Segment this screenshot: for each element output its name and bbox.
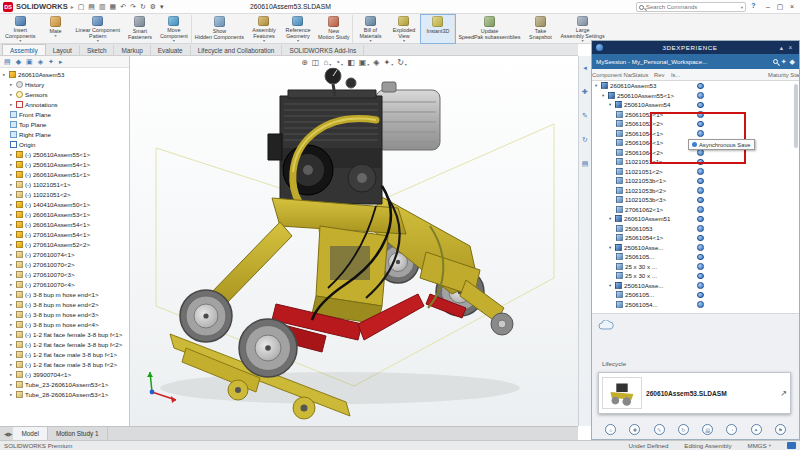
status-editing-assembly[interactable]: Editing Assembly: [684, 442, 731, 449]
minimize-button[interactable]: –: [762, 0, 774, 13]
print-icon[interactable]: ▦: [109, 1, 118, 13]
chevron-down-icon[interactable]: ▾: [391, 63, 393, 67]
exploded-view-button[interactable]: Exploded View ▾: [387, 15, 421, 43]
chevron-down-icon[interactable]: ▾: [369, 39, 371, 43]
edit-appearance-icon[interactable]: ◈: [373, 59, 379, 67]
home-action-icon[interactable]: ⌂: [605, 424, 616, 435]
add-icon[interactable]: ✚: [582, 88, 588, 96]
reference-geometry-button[interactable]: Reference Geometry ▾: [281, 15, 315, 43]
search-dropdown-icon[interactable]: ▾: [741, 5, 743, 10]
displaymanager-tab-icon[interactable]: ✦: [48, 56, 54, 67]
chevron-down-icon[interactable]: ▾: [263, 39, 265, 43]
featuremanager-tree-tab-icon[interactable]: ▤: [4, 56, 11, 67]
component-row[interactable]: 25 x 30 x ...: [592, 262, 799, 272]
flyout-arrow-icon[interactable]: ▸: [59, 56, 63, 67]
sync-status-icon[interactable]: [697, 168, 704, 175]
sync-status-icon[interactable]: [697, 292, 704, 299]
edit-action-icon[interactable]: ✎: [654, 424, 665, 435]
configurationmanager-tab-icon[interactable]: ▣: [26, 56, 33, 67]
feature-tree-item[interactable]: ▸ (-) 140410Assem50<1>: [0, 199, 129, 209]
dimxpertmanager-tab-icon[interactable]: ◈: [38, 56, 43, 67]
refresh-action-icon[interactable]: ↻: [678, 424, 689, 435]
feature-tree-item[interactable]: Origin: [0, 139, 129, 149]
linear-component-pattern-button[interactable]: Linear Component Pattern ▾: [73, 15, 123, 43]
zoom-area-icon[interactable]: ◫: [312, 59, 320, 67]
chevron-down-icon[interactable]: ▾: [173, 39, 175, 43]
section-view-icon[interactable]: ◧: [347, 59, 355, 67]
sync-status-icon[interactable]: [697, 254, 704, 261]
component-row[interactable]: 2506105...: [592, 290, 799, 300]
tree-scrollbar[interactable]: [794, 84, 798, 148]
flag-action-icon[interactable]: ⚑: [775, 424, 786, 435]
component-row[interactable]: ▾ 250610Asse...: [592, 243, 799, 253]
show-hidden-components-button[interactable]: Show Hidden Components: [192, 15, 247, 43]
feature-tree-item[interactable]: ▸ (-) 260610Assem51<1>: [0, 169, 129, 179]
redo-icon[interactable]: ↷: [129, 1, 137, 13]
feature-tree-item[interactable]: ▸ History: [0, 79, 129, 89]
list-view-icon[interactable]: ▤: [582, 160, 589, 168]
status-units[interactable]: MMGS▾: [747, 442, 771, 449]
open-external-icon[interactable]: ↗: [780, 389, 787, 398]
chevron-down-icon[interactable]: ▾: [367, 63, 369, 67]
chevron-down-icon[interactable]: ▾: [403, 39, 405, 43]
list-action-icon[interactable]: ▤: [702, 424, 713, 435]
status-chip-icon[interactable]: [787, 442, 796, 449]
component-row[interactable]: 11021053b<3>: [592, 195, 799, 205]
assembly-features-button[interactable]: Assembly Features ▾: [247, 15, 281, 43]
cad-model-scene[interactable]: [130, 56, 578, 426]
sync-status-icon[interactable]: [697, 178, 704, 185]
sync-status-icon[interactable]: [697, 102, 704, 109]
sync-status-icon[interactable]: [697, 225, 704, 232]
sync-status-icon[interactable]: [697, 282, 704, 289]
view-settings-icon[interactable]: ↻▾: [397, 59, 407, 67]
feature-tree-item[interactable]: Front Plane: [0, 109, 129, 119]
feature-tree-item[interactable]: ▸ (-) 270610070<3>: [0, 269, 129, 279]
sync-status-icon[interactable]: [697, 263, 704, 270]
hide-show-items-icon[interactable]: ▣▾: [359, 59, 370, 67]
chevron-down-icon[interactable]: ▾: [55, 34, 57, 38]
panel-collapse-button[interactable]: ▴: [777, 44, 786, 52]
favorite-action-icon[interactable]: ✦: [751, 424, 762, 435]
feature-tree-item[interactable]: ▸ (-) 39900704<1>: [0, 369, 129, 379]
tab-lifecycle-and-collaboration[interactable]: Lifecycle and Collaboration: [191, 45, 283, 55]
mate-button[interactable]: Mate ▾: [39, 15, 73, 43]
close-button[interactable]: ×: [786, 0, 798, 13]
scroll-tabs-right-icon[interactable]: ▶: [8, 431, 12, 437]
tab-layout[interactable]: Layout: [46, 45, 80, 55]
feature-tree-item[interactable]: ▸ Sensors: [0, 89, 129, 99]
component-row[interactable]: 25 x 30 x ...: [592, 271, 799, 281]
feature-tree-item[interactable]: ▸ (-) 1-2 flat face male 3-8 bup f<1>: [0, 349, 129, 359]
edit-icon[interactable]: ✎: [582, 112, 588, 120]
component-row[interactable]: 11021053b<1>: [592, 176, 799, 186]
sync-status-icon[interactable]: [697, 301, 704, 308]
chevron-down-icon[interactable]: ▾: [341, 63, 343, 67]
save-icon[interactable]: ▥: [98, 1, 107, 13]
sync-status-icon[interactable]: [697, 235, 704, 242]
feature-tree-item[interactable]: ▸ (-) 270610070<2>: [0, 259, 129, 269]
column-header[interactable]: Status: [632, 72, 654, 78]
options-icon[interactable]: ⚙: [149, 1, 157, 13]
zoom-to-fit-icon[interactable]: ⊕: [301, 59, 308, 67]
open-document-icon[interactable]: ▤: [87, 1, 96, 13]
feature-tree-item[interactable]: ▸ (-) 3-8 bup m hose end<3>: [0, 309, 129, 319]
bill-of-materials-button[interactable]: Bill of Materials ▾: [353, 15, 387, 43]
instant3d-button[interactable]: Instant3D: [421, 15, 455, 43]
propertymanager-tab-icon[interactable]: ◆: [16, 56, 21, 67]
component-row[interactable]: 27061062<1>: [592, 205, 799, 215]
apply-scene-icon[interactable]: ✦▾: [383, 59, 393, 67]
refresh-icon[interactable]: ↻: [582, 136, 588, 144]
component-row[interactable]: ▾ 260610Assem51: [592, 214, 799, 224]
chevron-down-icon[interactable]: ▾: [297, 39, 299, 43]
view-orientation-icon[interactable]: ⌂▾: [323, 59, 331, 67]
compass-icon[interactable]: ✦: [781, 58, 787, 65]
insert-components-button[interactable]: Insert Components ▾: [2, 15, 39, 43]
column-header[interactable]: Is...: [671, 72, 768, 78]
feature-tree-item[interactable]: ▸ (-) 11021051<1>: [0, 179, 129, 189]
large-assembly-settings-button[interactable]: Large Assembly Settings ▾: [557, 15, 607, 43]
model-tab[interactable]: Model: [13, 427, 47, 440]
tab-assembly[interactable]: Assembly: [2, 44, 46, 55]
search-input[interactable]: [646, 4, 739, 10]
quickbar-dropdown-icon[interactable]: ▾: [159, 1, 165, 13]
sync-status-icon[interactable]: [697, 206, 704, 213]
new-motion-study-button[interactable]: New Motion Study: [315, 15, 353, 43]
